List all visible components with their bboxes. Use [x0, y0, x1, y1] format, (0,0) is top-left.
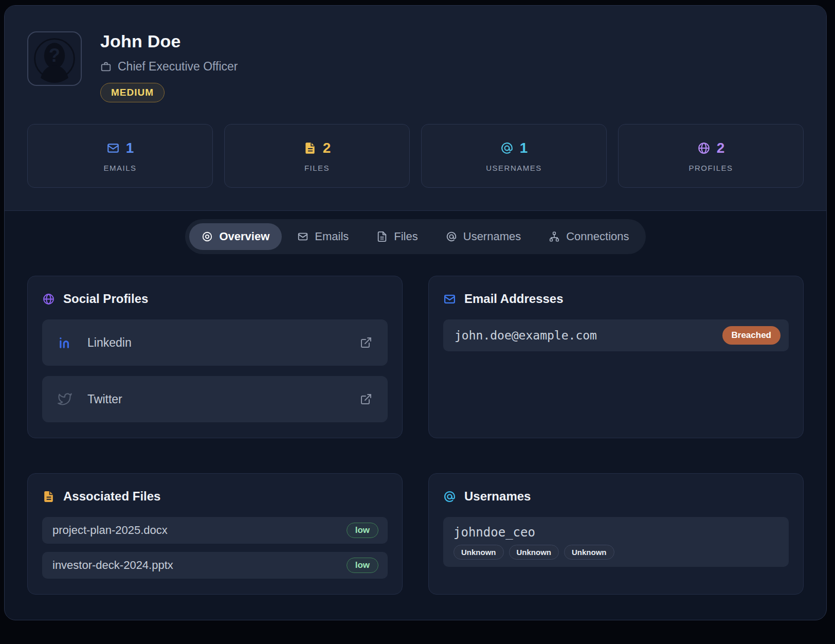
file-icon	[376, 231, 388, 242]
file-name: project-plan-2025.docx	[52, 524, 168, 537]
twitter-icon	[58, 392, 72, 406]
associated-files-title: Associated Files	[63, 489, 160, 504]
unknown-badge: Unknown	[453, 545, 504, 560]
stat-value-files: 2	[323, 140, 331, 156]
social-profile-row-linkedin[interactable]: Linkedin	[42, 319, 388, 366]
tab-emails[interactable]: Emails	[285, 223, 361, 250]
job-title-row: Chief Executive Officer	[100, 60, 238, 74]
username-row[interactable]: johndoe_ceo Unknown Unknown Unknown	[443, 517, 789, 567]
stat-card-files[interactable]: 2 FILES	[224, 124, 410, 188]
social-profiles-title: Social Profiles	[63, 292, 148, 306]
risk-low-badge: low	[347, 558, 378, 573]
stat-value-usernames: 1	[520, 140, 528, 156]
tab-overview-label: Overview	[219, 230, 269, 243]
unknown-badge: Unknown	[564, 545, 614, 560]
stat-card-usernames[interactable]: 1 USERNAMES	[421, 124, 607, 188]
tab-usernames[interactable]: Usernames	[433, 223, 533, 250]
network-icon	[549, 231, 560, 242]
file-row[interactable]: investor-deck-2024.pptx low	[42, 552, 388, 579]
username-value: johndoe_ceo	[453, 525, 778, 540]
mail-icon	[106, 141, 120, 155]
at-sign-icon	[500, 141, 514, 155]
external-link-icon[interactable]	[360, 336, 372, 349]
tab-connections[interactable]: Connections	[536, 223, 641, 250]
tab-files[interactable]: Files	[364, 223, 430, 250]
usernames-panel: Usernames johndoe_ceo Unknown Unknown Un…	[428, 473, 804, 595]
social-profile-row-twitter[interactable]: Twitter	[42, 376, 388, 422]
social-profiles-panel: Social Profiles Linkedin Twitter	[27, 276, 403, 438]
stat-card-profiles[interactable]: 2 PROFILES	[618, 124, 804, 188]
external-link-icon[interactable]	[360, 393, 372, 405]
at-sign-icon	[446, 231, 457, 242]
social-profile-label: Twitter	[87, 392, 360, 406]
email-address: john.doe@example.com	[455, 329, 597, 342]
unknown-badge: Unknown	[509, 545, 559, 560]
risk-low-badge: low	[347, 523, 378, 538]
at-sign-icon	[443, 490, 456, 503]
globe-icon	[42, 293, 55, 306]
person-title: Chief Executive Officer	[118, 60, 238, 74]
briefcase-icon	[100, 61, 112, 73]
tab-emails-label: Emails	[315, 230, 349, 243]
stat-value-profiles: 2	[717, 140, 725, 156]
globe-icon	[697, 141, 711, 155]
file-icon	[42, 490, 55, 503]
social-profile-label: Linkedin	[87, 336, 360, 350]
usernames-title: Usernames	[464, 489, 531, 504]
tab-usernames-label: Usernames	[463, 230, 521, 243]
tab-bar: Overview Emails Files Usernames Connecti…	[185, 219, 645, 254]
tab-overview[interactable]: Overview	[189, 223, 282, 250]
profile-modal: ? John Doe Chief Executive Officer MEDIU…	[4, 5, 827, 620]
email-row[interactable]: john.doe@example.com Breached	[443, 319, 789, 351]
mystery-person-icon: ?	[30, 34, 79, 83]
tab-files-label: Files	[394, 230, 418, 243]
file-row[interactable]: project-plan-2025.docx low	[42, 517, 388, 544]
modal-body: Overview Emails Files Usernames Connecti…	[5, 211, 826, 617]
associated-files-panel: Associated Files project-plan-2025.docx …	[27, 473, 403, 595]
mail-icon	[443, 293, 456, 306]
modal-header: ? John Doe Chief Executive Officer MEDIU…	[5, 6, 826, 211]
stat-label-emails: EMAILS	[103, 164, 136, 172]
stat-value-emails: 1	[126, 140, 134, 156]
stat-label-files: FILES	[304, 164, 330, 172]
file-name: investor-deck-2024.pptx	[52, 559, 173, 572]
email-addresses-panel: Email Addresses john.doe@example.com Bre…	[428, 276, 804, 438]
person-name: John Doe	[100, 31, 238, 51]
breached-badge: Breached	[722, 326, 780, 345]
linkedin-icon	[58, 335, 72, 350]
risk-badge: MEDIUM	[100, 83, 165, 102]
stats-row: 1 EMAILS 2 FILES 1 USERNAMES	[27, 124, 804, 188]
file-icon	[303, 141, 317, 155]
eye-icon	[202, 231, 213, 242]
stat-card-emails[interactable]: 1 EMAILS	[27, 124, 213, 188]
mail-icon	[297, 231, 308, 242]
avatar: ?	[27, 31, 82, 86]
stat-label-profiles: PROFILES	[688, 164, 733, 172]
tab-connections-label: Connections	[566, 230, 629, 243]
email-addresses-title: Email Addresses	[464, 292, 564, 306]
stat-label-usernames: USERNAMES	[486, 164, 542, 172]
svg-text:?: ?	[49, 45, 60, 66]
